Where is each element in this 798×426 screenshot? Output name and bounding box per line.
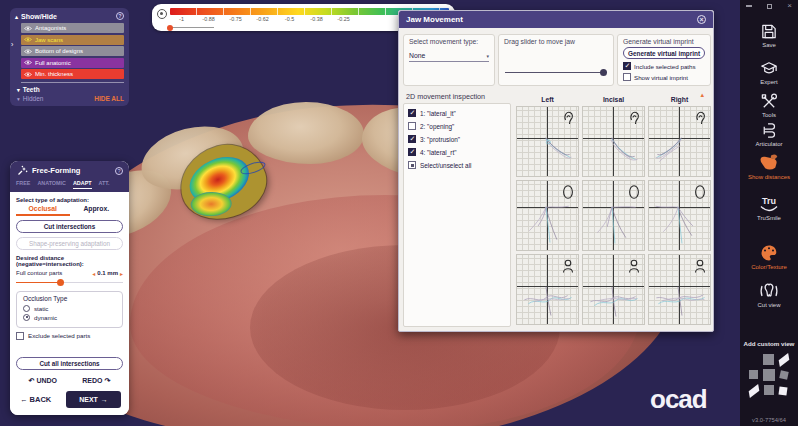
jaw-slider-handle[interactable]	[600, 69, 607, 76]
next-button[interactable]: NEXT→	[66, 391, 121, 408]
panel-title: Show/Hide	[21, 13, 57, 20]
sidebar-item-color-texture[interactable]: Color/Texture	[740, 243, 798, 270]
sidebar-item-cut-view[interactable]: Cut view	[740, 281, 798, 308]
trusmile-logo: Tru	[740, 197, 798, 205]
view-left-button[interactable]	[749, 370, 758, 379]
cut-all-intersections-button[interactable]: Cut all intersections	[16, 357, 123, 370]
window-controls: ×	[746, 2, 792, 10]
tab-att[interactable]: ATT.	[99, 180, 110, 189]
path-item-lateral-rt[interactable]: 4: "lateral_rt"	[408, 148, 506, 156]
checkbox-checked-icon[interactable]	[408, 109, 416, 117]
view-navigation-cluster[interactable]	[747, 354, 791, 398]
tab-free[interactable]: FREE	[16, 180, 30, 189]
layer-row-full-anatomic[interactable]: Full anatomic	[21, 58, 124, 68]
dialog-titlebar[interactable]: Jaw Movement ×	[399, 11, 713, 28]
checkbox-checked-icon[interactable]	[408, 148, 416, 156]
view-center-button[interactable]	[763, 369, 775, 381]
path-item-lateral-lt[interactable]: 1: "lateral_lt"	[408, 109, 506, 117]
view-right-button[interactable]	[779, 370, 788, 379]
help-icon[interactable]: ?	[115, 167, 123, 175]
checkbox-icon[interactable]	[623, 73, 631, 81]
back-button[interactable]: ← BACK	[20, 395, 51, 404]
view-ne-arrow[interactable]	[779, 353, 790, 367]
view-se-button[interactable]	[778, 386, 787, 395]
group-hidden[interactable]: ▾ Hidden HIDE ALL	[17, 94, 124, 103]
add-custom-view-button[interactable]: Add custom view	[740, 340, 798, 347]
select-unselect-all[interactable]: Select/unselect all	[408, 161, 506, 169]
include-selected-paths-checkbox[interactable]: Include selected paths	[623, 62, 705, 70]
sidebar-item-show-distances[interactable]: Show distances	[740, 152, 798, 180]
plot-incisal-frontal	[582, 180, 645, 251]
distance-slider-handle[interactable]	[57, 279, 64, 286]
hide-all-button[interactable]: HIDE ALL	[94, 95, 124, 102]
sidebar-item-trusmile[interactable]: Tru TruSmile	[740, 197, 798, 221]
radio-icon[interactable]	[23, 305, 30, 312]
sidebar-item-tools[interactable]: Tools	[740, 92, 798, 118]
caret-down-icon[interactable]: ▾	[17, 87, 20, 93]
radio-icon-selected[interactable]	[23, 314, 30, 321]
path-item-protrusion[interactable]: 3: "protrusion"	[408, 135, 506, 143]
undo-button[interactable]: ↶ UNDO	[29, 377, 57, 385]
plot-right-horizontal	[648, 254, 711, 325]
exocad-watermark: ocad	[650, 384, 707, 415]
eye-icon[interactable]	[24, 26, 32, 31]
layer-row-min-thickness[interactable]: Min. thickness	[21, 69, 124, 79]
tab-anatomic[interactable]: ANATOMIC	[37, 180, 66, 189]
sidebar-item-expert[interactable]: Expert	[740, 59, 798, 85]
colormap-slider-handle[interactable]	[167, 25, 173, 31]
eye-icon[interactable]	[24, 60, 32, 65]
checkbox-icon[interactable]	[16, 332, 24, 340]
sidebar-item-articulator[interactable]: Articulator	[740, 121, 798, 147]
close-icon[interactable]: ×	[697, 15, 706, 24]
view-sw-arrow[interactable]	[749, 384, 760, 398]
close-window-icon[interactable]: ×	[787, 2, 792, 10]
jaw-movement-dialog: Jaw Movement × Select movement type: Non…	[398, 10, 714, 332]
expert-icon	[759, 59, 779, 78]
inspection-title: 2D movement inspection	[406, 92, 485, 101]
restore-icon[interactable]	[767, 4, 772, 9]
sidebar-item-save[interactable]: Save	[740, 22, 798, 48]
option-occlusal[interactable]: Occlusal	[16, 205, 70, 216]
collapse-caret-icon[interactable]: ▴	[15, 13, 18, 20]
caret-down-icon[interactable]: ▾	[17, 96, 20, 102]
frontal-view-icon	[694, 184, 706, 200]
distance-slider[interactable]	[16, 279, 123, 287]
radio-static[interactable]: static	[23, 305, 116, 312]
group-teeth[interactable]: ▾ Teeth	[17, 85, 124, 94]
radio-dynamic[interactable]: dynamic	[23, 314, 116, 321]
exclude-selected-parts-checkbox[interactable]: Exclude selected parts	[16, 332, 123, 340]
view-top-button[interactable]	[763, 354, 774, 365]
layer-row-antagonists[interactable]: Antagonists	[21, 23, 124, 33]
cut-intersections-button[interactable]: Cut intersections	[16, 220, 123, 233]
jaw-position-slider[interactable]	[505, 69, 607, 76]
eye-icon[interactable]	[24, 49, 32, 54]
generate-virtual-imprint-button[interactable]: Generate virtual imprint	[623, 47, 705, 59]
checkbox-checked-icon[interactable]	[408, 135, 416, 143]
show-virtual-imprint-checkbox[interactable]: Show virtual imprint	[623, 73, 705, 81]
path-item-opening[interactable]: 2: "opening"	[408, 122, 506, 130]
tri-state-checkbox-icon[interactable]	[408, 161, 416, 169]
stepper-decrease-icon[interactable]: ◂	[92, 270, 95, 277]
checkbox-checked-icon[interactable]	[623, 62, 631, 70]
jaw-slider-group: Drag slider to move jaw	[498, 34, 614, 86]
jaw-slider-label: Drag slider to move jaw	[504, 38, 608, 45]
show-hide-header[interactable]: ▴ Show/Hide ?	[15, 12, 124, 20]
plot-column-headers: Left Incisal Right	[516, 96, 711, 103]
eye-icon[interactable]	[24, 72, 32, 77]
movement-type-select[interactable]: None ▾	[409, 52, 489, 62]
eye-icon[interactable]	[24, 37, 32, 42]
tab-adapt[interactable]: ADAPT	[73, 180, 92, 189]
layer-row-bottom-of-designs[interactable]: Bottom of designs	[21, 46, 124, 56]
minimize-icon[interactable]	[746, 5, 752, 6]
redo-button[interactable]: REDO ↷	[82, 377, 110, 385]
exocad-app-window: ocad -1 -0.88 -0.75 -0.62 -0.5 -0.38 -0.…	[0, 0, 798, 426]
help-icon[interactable]: ?	[116, 12, 124, 20]
layer-row-jaw-scans[interactable]: Jaw scans	[21, 35, 124, 45]
view-bottom-button[interactable]	[764, 385, 774, 395]
colormap-range-slider[interactable]	[168, 26, 214, 29]
stepper-increase-icon[interactable]: ▸	[120, 270, 123, 277]
option-approx[interactable]: Approx.	[70, 205, 124, 216]
movement-plot-grid	[516, 106, 711, 325]
colormap-options-icon[interactable]	[157, 9, 167, 19]
checkbox-icon[interactable]	[408, 122, 416, 130]
